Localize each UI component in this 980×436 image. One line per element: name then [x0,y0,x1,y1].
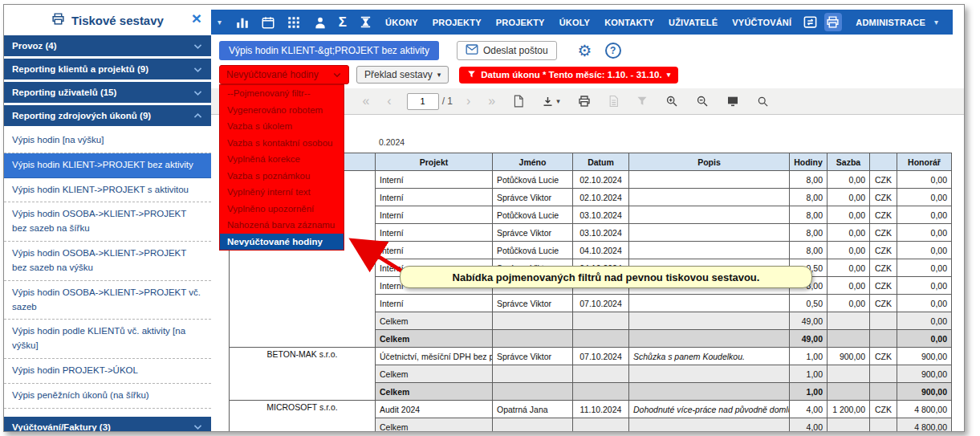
search-icon[interactable] [757,96,769,108]
cell [870,383,897,401]
date-filter-button[interactable]: Datum úkonu * Tento měsíc: 1.10. - 31.10… [459,67,678,84]
send-mail-button[interactable]: Odeslat poštou [457,41,557,60]
close-icon[interactable]: × [192,10,201,26]
chevron-down-icon [193,64,203,75]
cell: 1,00 [790,383,828,401]
menu-item[interactable]: Vazba s poznámkou [220,168,344,185]
cell: Audit 2024 [376,401,493,418]
named-filter-menu: --Pojmenovaný filtr-- Vygenerováno robot… [219,84,344,251]
grid-menu-icon[interactable] [287,14,301,31]
cell: 1 200,00 [828,401,870,418]
sidebar-item-report[interactable]: Výpis hodin PROJEKT->ÚKOL [4,359,211,384]
cell: 0,50 [790,295,828,312]
cell: 0,00 [828,242,870,259]
sigma-icon[interactable]: Σ [339,14,347,31]
prev-page-icon[interactable]: ‹ [387,94,391,108]
swap-view-button[interactable] [801,13,819,31]
printer-icon [51,12,65,29]
envelope-icon [466,44,478,57]
print-icon[interactable] [578,95,591,108]
menu-item[interactable]: Vyplněný interní text [220,184,344,201]
client-cell: MICROSOFT s.r.o. [230,401,376,432]
menu-item[interactable]: Nahozená barva záznamu [220,217,344,234]
menu-item[interactable]: Vyplněná korekce [220,151,344,168]
sidebar-item-report[interactable]: Výpis hodin [na výšku] [4,128,211,153]
cell: 02.10.2024 [573,171,629,189]
current-report-button[interactable]: Výpis hodin KLIENT-&gt;PROJEKT bez aktiv… [219,41,439,60]
cell: Interní [376,295,493,312]
cell [493,418,573,432]
page-input[interactable] [407,93,439,110]
cell: CZK [870,242,897,259]
zoom-out-icon[interactable] [696,95,709,108]
cell: 900,00 [828,348,870,365]
nav-link-projekty-2[interactable]: PROJEKTY [496,18,545,27]
nav-link-ukony[interactable]: ÚKONY [385,18,418,27]
col-popis: Popis [629,153,790,171]
sidebar-group-vyuctovani-faktury[interactable]: Vyúčtování/Faktury (3) [4,417,211,432]
sidebar-item-report[interactable]: Výpis hodin podle KLIENTů vč. aktivity [… [4,320,211,359]
administrace-caret-icon[interactable]: ▾ [934,18,938,26]
export-document-icon[interactable] [608,95,619,108]
nav-link-administrace[interactable]: ADMINISTRACE [856,18,925,27]
next-page-icon[interactable]: › [466,94,470,108]
last-page-icon[interactable]: » [488,94,495,108]
gear-icon[interactable]: ⚙ [578,43,592,59]
sidebar-group-reporting-klientu[interactable]: Reporting klientů a projektů (9) [4,59,211,79]
menu-item[interactable]: Vazba s úkolem [220,118,344,135]
cell: 02.10.2024 [573,189,629,206]
cell: CZK [870,224,897,242]
nav-link-projekty[interactable]: PROJEKTY [433,18,482,27]
zoom-in-icon[interactable] [665,95,678,108]
cell: 03.10.2024 [573,224,629,242]
chevron-down-icon [193,422,203,432]
nav-link-ukoly[interactable]: ÚKOLY [559,18,591,27]
cell [629,418,790,432]
nav-link-kontakty[interactable]: KONTAKTY [604,18,654,27]
sidebar-group-reporting-zdrojovych-ukonu[interactable]: Reporting zdrojových úkonů (9) [4,105,211,126]
col-honorar: Honorář [897,153,952,171]
download-icon[interactable]: ▾ [542,96,560,108]
sidebar-item-report[interactable]: Výpis peněžních úkonů (na šířku) [4,384,211,409]
nav-link-uzivatele[interactable]: UŽIVATELÉ [669,18,718,27]
cell [629,330,790,348]
sidebar-item-report[interactable]: Výpis hodin OSOBA->KLIENT->PROJEKT bez s… [4,202,211,242]
hourglass-icon[interactable] [358,14,372,31]
navbar-caret-icon[interactable]: ▾ [218,18,222,26]
cell: Správce Viktor [493,348,573,365]
cell: 4,00 [790,401,828,418]
cell: 900,00 [897,348,952,365]
first-page-icon[interactable]: « [362,94,369,108]
sidebar-group-reporting-uzivatelu[interactable]: Reporting uživatelů (15) [4,82,211,103]
translate-report-button[interactable]: Překlad sestavy ▾ [356,66,449,84]
menu-item[interactable]: Vazba s kontaktní osobou [220,135,344,152]
filter-funnel-icon[interactable] [636,96,648,107]
menu-item[interactable]: Vyplněno upozornění [220,201,344,218]
person-icon[interactable] [313,14,327,31]
help-icon[interactable]: ? [605,43,621,59]
sidebar-item-report-selected[interactable]: Výpis hodin KLIENT->PROJEKT bez aktivity [4,153,211,178]
cell: Celkem [376,330,493,348]
nav-link-vyuctovani[interactable]: VYÚČTOVÁNÍ [732,18,791,27]
cell: 0,00 [828,206,870,224]
cell: CZK [870,295,897,312]
calendar-icon[interactable] [261,14,275,31]
cell [573,330,629,348]
cell: Dohodnuté více-práce nad původně domluve… [629,401,790,418]
sidebar-item-report[interactable]: Výpis hodin OSOBA->KLIENT->PROJEKT bez s… [4,242,211,281]
cell [629,242,790,259]
cell: CZK [870,259,897,277]
menu-item-highlighted[interactable]: Nevyúčtované hodiny [220,234,344,251]
sidebar-group-provoz[interactable]: Provoz (4) [4,35,211,56]
menu-item[interactable]: --Pojmenovaný filtr-- [220,85,344,102]
bar-chart-icon[interactable] [235,14,250,31]
menu-item[interactable]: Vygenerováno robotem [220,102,344,119]
sidebar-item-report[interactable]: Výpis hodin KLIENT->PROJEKT s aktivitou [4,178,211,203]
fit-to-screen-icon[interactable] [726,95,739,108]
named-filter-dropdown[interactable]: Nevyúčtované hodiny [219,65,349,84]
sidebar-item-report[interactable]: Výpis hodin OSOBA->KLIENT->PROJEKT vč. s… [4,281,211,320]
cell: 0,00 [828,259,870,277]
print-reports-button[interactable] [824,13,843,31]
single-page-view-icon[interactable] [513,95,524,108]
caret-down-icon: ▾ [667,71,671,79]
